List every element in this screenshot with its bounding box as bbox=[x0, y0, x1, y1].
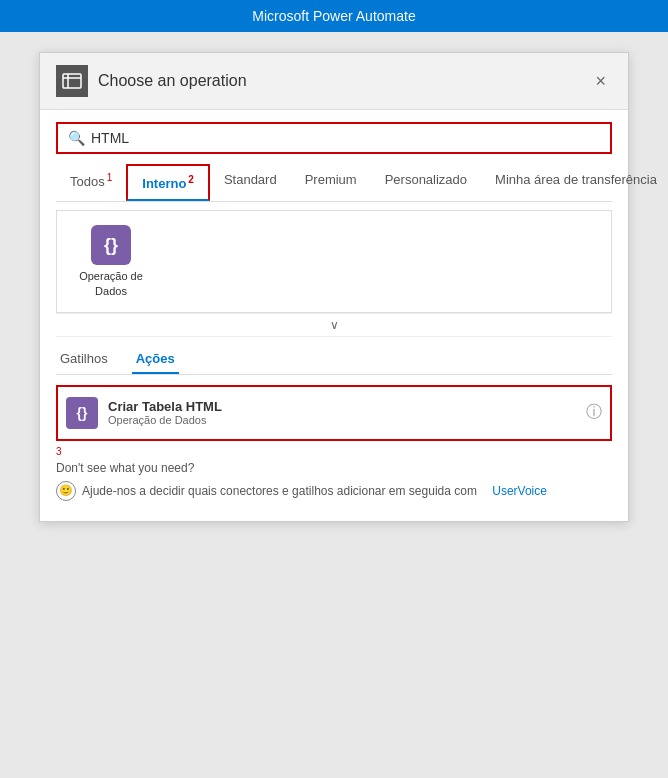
tab-personalizado-label: Personalizado bbox=[385, 172, 467, 187]
tab-premium-label: Premium bbox=[305, 172, 357, 187]
action-name: Criar Tabela HTML bbox=[108, 399, 578, 414]
dont-see-text: Don't see what you need? bbox=[56, 461, 612, 475]
inner-tab-acoes-label: Ações bbox=[136, 351, 175, 366]
filter-tabs-row: Todos1 Interno2 Standard Premium Persona… bbox=[56, 164, 612, 202]
expand-icon: ∨ bbox=[330, 318, 339, 332]
connector-operacao-dados[interactable]: {} Operação de Dados bbox=[71, 225, 151, 298]
tab-todos-label: Todos bbox=[70, 174, 105, 189]
dialog-body: 🔍 Todos1 Interno2 Standard Premium Pe bbox=[40, 110, 628, 521]
feedback-text: Ajude-nos a decidir quais conectores e g… bbox=[82, 484, 477, 498]
action-icon: {} bbox=[66, 397, 98, 429]
dialog: Choose an operation × 🔍 Todos1 Interno2 … bbox=[39, 52, 629, 522]
close-button[interactable]: × bbox=[589, 69, 612, 94]
info-icon[interactable]: ⓘ bbox=[586, 402, 602, 423]
search-box-container: 🔍 bbox=[56, 122, 612, 154]
svg-rect-0 bbox=[63, 74, 81, 88]
tab-interno-number: 2 bbox=[188, 174, 194, 185]
inner-tab-gatilhos-label: Gatilhos bbox=[60, 351, 108, 366]
tab-clipboard-label: Minha área de transferência bbox=[495, 172, 657, 187]
connectors-section: {} Operação de Dados bbox=[56, 210, 612, 313]
header-icon bbox=[56, 65, 88, 97]
actions-section: Gatilhos Ações {} Criar Tabela HTML Oper… bbox=[56, 337, 612, 509]
uservoice-link[interactable]: UserVoice bbox=[492, 484, 547, 498]
title-bar-label: Microsoft Power Automate bbox=[252, 8, 415, 24]
tab-interno[interactable]: Interno2 bbox=[126, 164, 210, 201]
search-input[interactable] bbox=[91, 130, 600, 146]
connector-icon: {} bbox=[91, 225, 131, 265]
tab-interno-label: Interno bbox=[142, 176, 186, 191]
smiley-icon: 🙂 bbox=[56, 481, 76, 501]
action-item-criar-tabela-html[interactable]: {} Criar Tabela HTML Operação de Dados ⓘ bbox=[56, 385, 612, 441]
action-number: 3 bbox=[56, 446, 62, 457]
tab-standard[interactable]: Standard bbox=[210, 164, 291, 201]
search-icon: 🔍 bbox=[68, 130, 85, 146]
tab-clipboard[interactable]: Minha área de transferência bbox=[481, 164, 668, 201]
tab-premium[interactable]: Premium bbox=[291, 164, 371, 201]
action-connector-label: Operação de Dados bbox=[108, 414, 578, 426]
inner-tabs-row: Gatilhos Ações bbox=[56, 345, 612, 375]
connector-label: Operação de Dados bbox=[71, 269, 151, 298]
tab-todos-number: 1 bbox=[107, 172, 113, 183]
tab-todos[interactable]: Todos1 bbox=[56, 164, 126, 201]
inner-tab-acoes[interactable]: Ações bbox=[132, 345, 179, 374]
expand-row[interactable]: ∨ bbox=[56, 313, 612, 337]
page-background: Choose an operation × 🔍 Todos1 Interno2 … bbox=[0, 32, 668, 778]
dialog-header-left: Choose an operation bbox=[56, 65, 247, 97]
inner-tab-gatilhos[interactable]: Gatilhos bbox=[56, 345, 112, 374]
tab-standard-label: Standard bbox=[224, 172, 277, 187]
dialog-header: Choose an operation × bbox=[40, 53, 628, 110]
title-bar: Microsoft Power Automate bbox=[0, 0, 668, 32]
uservoice-row: 🙂 Ajude-nos a decidir quais conectores e… bbox=[56, 481, 612, 501]
action-text: Criar Tabela HTML Operação de Dados bbox=[108, 399, 578, 426]
dialog-title: Choose an operation bbox=[98, 72, 247, 90]
tab-personalizado[interactable]: Personalizado bbox=[371, 164, 481, 201]
